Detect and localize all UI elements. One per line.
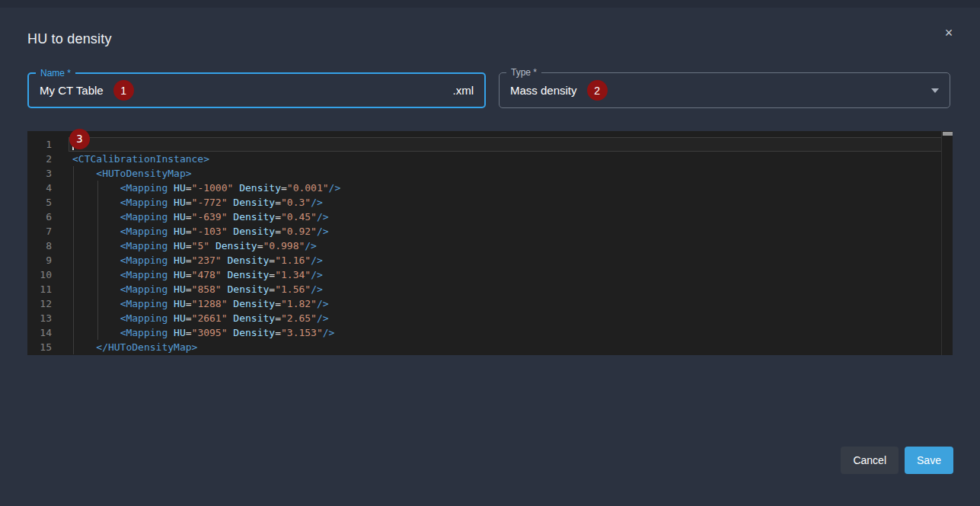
code-text: <HUToDensityMap> <box>72 166 192 181</box>
code-line[interactable]: 7 <Mapping HU="-103" Density="0.92"/> <box>27 224 942 239</box>
line-number: 1 <box>27 137 52 152</box>
code-line[interactable]: 2<CTCalibrationInstance> <box>27 152 942 166</box>
code-text: <Mapping HU="1288" Density="1.82"/> <box>72 296 329 311</box>
name-field-label: Name * <box>36 67 75 80</box>
line-number: 3 <box>27 166 52 181</box>
line-number: 10 <box>27 267 52 282</box>
type-select[interactable]: Type * Mass density 2 <box>499 72 950 108</box>
code-text: <Mapping HU="-772" Density="0.3"/> <box>72 195 323 210</box>
line-number: 6 <box>27 210 52 224</box>
code-text: <Mapping HU="5" Density="0.998"/> <box>72 239 317 253</box>
code-text: <Mapping HU="-103" Density="0.92"/> <box>72 224 329 239</box>
line-number: 5 <box>27 195 52 210</box>
line-number: 4 <box>27 181 52 195</box>
code-text: <Mapping HU="478" Density="1.34"/> <box>72 267 323 282</box>
name-input-value: My CT Table <box>40 84 104 97</box>
file-extension-suffix: .xml <box>453 84 474 97</box>
code-text: <Mapping HU="237" Density="1.16"/> <box>72 253 323 267</box>
callout-badge-3: 3 <box>69 129 90 149</box>
code-text: <Mapping HU="3095" Density="3.153"/> <box>72 325 334 340</box>
code-line[interactable]: 6 <Mapping HU="-639" Density="0.45"/> <box>27 210 942 224</box>
code-line[interactable]: 5 <Mapping HU="-772" Density="0.3"/> <box>27 195 942 210</box>
top-strip <box>0 0 980 8</box>
code-line[interactable]: 15 </HUToDensityMap> <box>27 340 942 354</box>
code-line[interactable]: 14 <Mapping HU="3095" Density="3.153"/> <box>27 325 942 340</box>
type-select-label: Type * <box>506 66 541 79</box>
code-line[interactable]: 12 <Mapping HU="1288" Density="1.82"/> <box>27 296 942 311</box>
line-number: 15 <box>27 340 52 354</box>
dialog-actions: Cancel Save <box>841 447 953 474</box>
line-number: 13 <box>27 311 52 325</box>
type-select-value: Mass density <box>510 84 577 97</box>
line-number: 2 <box>27 152 52 166</box>
code-line[interactable]: 10 <Mapping HU="478" Density="1.34"/> <box>27 267 942 282</box>
line-number: 9 <box>27 253 52 267</box>
name-field[interactable]: Name * My CT Table 1 .xml <box>27 72 486 108</box>
code-line[interactable]: 13 <Mapping HU="2661" Density="2.65"/> <box>27 311 942 325</box>
line-number: 12 <box>27 296 52 311</box>
code-text: <Mapping HU="-639" Density="0.45"/> <box>72 210 329 224</box>
code-text: <CTCalibrationInstance> <box>72 152 209 166</box>
editor-lines: 12<CTCalibrationInstance>3 <HUToDensityM… <box>27 137 942 354</box>
line-number: 8 <box>27 239 52 253</box>
editor-scrollbar[interactable] <box>941 131 953 355</box>
close-button[interactable]: × <box>939 23 959 43</box>
xml-code-editor[interactable]: 12<CTCalibrationInstance>3 <HUToDensityM… <box>27 131 953 355</box>
save-button[interactable]: Save <box>905 447 953 474</box>
code-text: <Mapping HU="858" Density="1.56"/> <box>72 282 323 296</box>
code-text: <Mapping HU="-1000" Density="0.001"/> <box>72 181 340 195</box>
code-text: </HUToDensityMap> <box>72 340 197 354</box>
code-line[interactable]: 8 <Mapping HU="5" Density="0.998"/> <box>27 239 942 253</box>
line-number: 7 <box>27 224 52 239</box>
chevron-down-icon <box>931 88 939 93</box>
line-number: 11 <box>27 282 52 296</box>
code-line[interactable]: 1 <box>27 137 942 152</box>
callout-badge-1: 1 <box>113 80 134 101</box>
callout-badge-2: 2 <box>587 80 608 101</box>
scrollbar-thumb[interactable] <box>943 132 953 136</box>
dialog-title: HU to density <box>27 32 112 46</box>
code-text: <Mapping HU="2661" Density="2.65"/> <box>72 311 329 325</box>
code-line[interactable]: 4 <Mapping HU="-1000" Density="0.001"/> <box>27 181 942 195</box>
line-number: 14 <box>27 325 52 340</box>
code-line[interactable]: 3 <HUToDensityMap> <box>27 166 942 181</box>
cancel-button[interactable]: Cancel <box>841 447 899 474</box>
code-line[interactable]: 9 <Mapping HU="237" Density="1.16"/> <box>27 253 942 267</box>
code-line[interactable]: 11 <Mapping HU="858" Density="1.56"/> <box>27 282 942 296</box>
close-icon: × <box>945 25 953 41</box>
